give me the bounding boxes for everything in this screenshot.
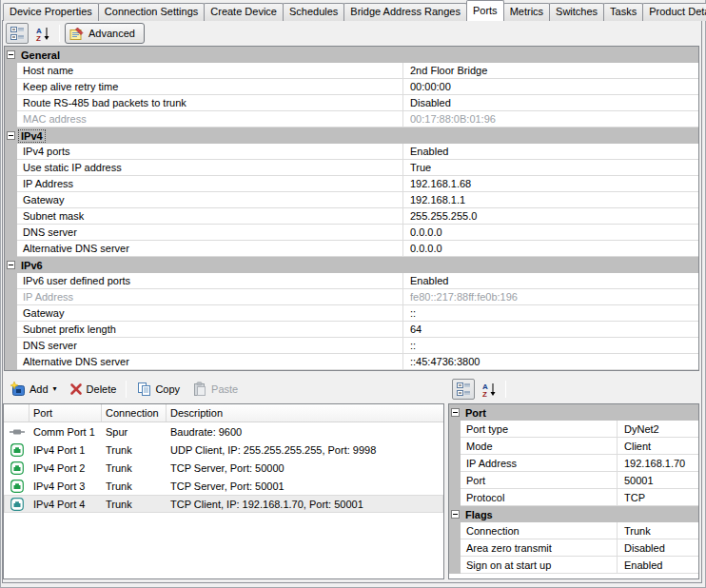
property-label[interactable]: DNS server xyxy=(17,225,402,241)
property-row[interactable]: Route RS-485 bad packets to trunk Disabl… xyxy=(5,95,698,111)
property-label[interactable]: Gateway xyxy=(17,305,402,322)
category-general[interactable]: General xyxy=(5,47,698,63)
property-row[interactable]: Alternative DNS server 0.0.0.0 xyxy=(5,241,698,257)
column-header-icon[interactable] xyxy=(4,404,29,421)
property-label[interactable]: Gateway xyxy=(17,192,402,208)
property-row[interactable]: Subnet prefix length 64 xyxy=(5,322,698,338)
category-ipv6[interactable]: IPv6 xyxy=(5,257,698,273)
property-value[interactable]: 192.168.1.1 xyxy=(402,192,698,208)
collapse-icon[interactable] xyxy=(451,510,460,519)
property-value[interactable]: 0.0.0.0 xyxy=(402,241,698,257)
property-row[interactable]: Gateway 192.168.1.1 xyxy=(5,192,698,208)
property-label[interactable]: Host name xyxy=(17,63,402,79)
property-row[interactable]: DNS server 0.0.0.0 xyxy=(5,225,698,241)
tab-ports[interactable]: Ports xyxy=(466,0,504,21)
property-row[interactable]: IP Address 192.168.1.70 xyxy=(449,455,698,472)
property-label[interactable]: IPv4 ports xyxy=(17,144,402,160)
property-row[interactable]: Port 50001 xyxy=(449,472,698,489)
property-row[interactable]: Subnet mask 255.255.255.0 xyxy=(5,208,698,225)
property-label[interactable]: Alternative DNS server xyxy=(17,354,402,370)
tab-create-device[interactable]: Create Device xyxy=(204,3,284,21)
category-port[interactable]: Port xyxy=(449,404,698,421)
property-value[interactable]: DyNet2 xyxy=(617,421,698,438)
property-value[interactable]: Trunk xyxy=(617,522,698,539)
tab-schedules[interactable]: Schedules xyxy=(283,3,344,21)
property-value[interactable]: Disabled xyxy=(402,95,698,111)
property-row[interactable]: Protocol TCP xyxy=(449,489,698,506)
alphabetical-sort-button[interactable]: A Z xyxy=(478,379,500,400)
tab-switches[interactable]: Switches xyxy=(549,3,604,21)
tab-metrics[interactable]: Metrics xyxy=(503,3,550,21)
property-value[interactable]: 2nd Floor Bridge xyxy=(402,63,698,79)
property-row[interactable]: DNS server :: xyxy=(5,338,698,354)
category-flags[interactable]: Flags xyxy=(449,506,698,522)
property-label[interactable]: Route RS-485 bad packets to trunk xyxy=(17,95,402,111)
categorized-view-button[interactable] xyxy=(452,379,475,400)
tab-bridge-address-ranges[interactable]: Bridge Address Ranges xyxy=(343,3,467,21)
column-header-connection[interactable]: Connection xyxy=(102,404,167,421)
copy-button[interactable]: Copy xyxy=(131,380,185,399)
property-label[interactable]: IP Address xyxy=(17,176,402,192)
port-row-comm-1[interactable]: Comm Port 1 Spur Baudrate: 9600 xyxy=(4,422,443,441)
port-row-ipv4-1[interactable]: IPv4 Port 1 Trunk UDP Client, IP: 255.25… xyxy=(4,441,443,459)
property-label[interactable]: Connection xyxy=(461,522,617,539)
property-value[interactable]: ::45:4736:3800 xyxy=(402,354,698,370)
add-button[interactable]: Add ▾ xyxy=(6,380,62,399)
property-label[interactable]: Use static IP address xyxy=(17,160,402,176)
property-value[interactable]: Client xyxy=(617,438,698,455)
property-label[interactable]: Subnet mask xyxy=(17,208,402,225)
tab-device-properties[interactable]: Device Properties xyxy=(3,3,99,21)
property-value[interactable]: 50001 xyxy=(617,472,698,489)
categorized-view-button[interactable] xyxy=(6,23,29,44)
property-row[interactable]: Gateway :: xyxy=(5,305,698,322)
property-value[interactable]: 192.168.1.68 xyxy=(402,176,698,192)
property-value[interactable]: 64 xyxy=(402,322,698,338)
property-label[interactable]: IP Address xyxy=(461,455,617,472)
property-row[interactable]: Area zero transmit Disabled xyxy=(449,539,698,557)
property-label[interactable]: Mode xyxy=(461,438,617,455)
collapse-icon[interactable] xyxy=(7,50,15,59)
property-row[interactable]: Use static IP address True xyxy=(5,160,698,176)
property-value[interactable]: Disabled xyxy=(617,539,698,557)
property-label[interactable]: Sign on at start up xyxy=(461,557,617,574)
property-label[interactable]: DNS server xyxy=(17,338,402,354)
property-row[interactable]: Keep alive retry time 00:00:00 xyxy=(5,79,698,95)
category-ipv4[interactable]: IPv4 xyxy=(5,127,698,144)
property-value[interactable]: Enabled xyxy=(402,144,698,160)
property-label[interactable]: Keep alive retry time xyxy=(17,79,402,95)
property-value[interactable]: 255.255.255.0 xyxy=(402,208,698,225)
property-label[interactable]: Subnet prefix length xyxy=(17,322,402,338)
property-value[interactable]: 192.168.1.70 xyxy=(617,455,698,472)
property-value[interactable]: 0.0.0.0 xyxy=(402,225,698,241)
property-row[interactable]: Connection Trunk xyxy=(449,522,698,539)
property-row[interactable]: IP Address 192.168.1.68 xyxy=(5,176,698,192)
column-header-port[interactable]: Port xyxy=(29,404,102,421)
property-row[interactable]: IPv4 ports Enabled xyxy=(5,144,698,160)
property-value[interactable]: :: xyxy=(402,305,698,322)
property-row[interactable]: Host name 2nd Floor Bridge xyxy=(5,63,698,79)
property-value[interactable]: 00:00:00 xyxy=(402,79,698,95)
advanced-button[interactable]: Advanced xyxy=(65,23,145,44)
property-value[interactable]: :: xyxy=(402,338,698,354)
property-row[interactable]: IPv6 user defined ports Enabled xyxy=(5,273,698,289)
property-label[interactable]: Port type xyxy=(461,421,617,438)
collapse-icon[interactable] xyxy=(7,261,15,269)
delete-button[interactable]: Delete xyxy=(65,381,122,398)
tab-connection-settings[interactable]: Connection Settings xyxy=(98,3,205,21)
property-value[interactable]: True xyxy=(402,160,698,176)
port-row-ipv4-3[interactable]: IPv4 Port 3 Trunk TCP Server, Port: 5000… xyxy=(4,477,443,495)
collapse-icon[interactable] xyxy=(7,131,15,140)
collapse-icon[interactable] xyxy=(451,408,460,417)
property-label[interactable]: Port xyxy=(461,472,617,489)
tab-product-details[interactable]: Product Details xyxy=(642,3,706,21)
property-row[interactable]: Mode Client xyxy=(449,438,698,455)
property-row[interactable]: Sign on at start up Enabled xyxy=(449,557,698,574)
property-label[interactable]: Area zero transmit xyxy=(461,539,617,557)
property-row[interactable]: Alternative DNS server ::45:4736:3800 xyxy=(5,354,698,370)
property-label[interactable]: Alternative DNS server xyxy=(17,241,402,257)
property-value[interactable]: Enabled xyxy=(402,273,698,289)
port-row-ipv4-2[interactable]: IPv4 Port 2 Trunk TCP Server, Port: 5000… xyxy=(4,459,443,477)
column-header-description[interactable]: Description xyxy=(167,404,443,421)
property-label[interactable]: Protocol xyxy=(461,489,617,506)
alphabetical-sort-button[interactable]: A Z xyxy=(31,23,54,44)
